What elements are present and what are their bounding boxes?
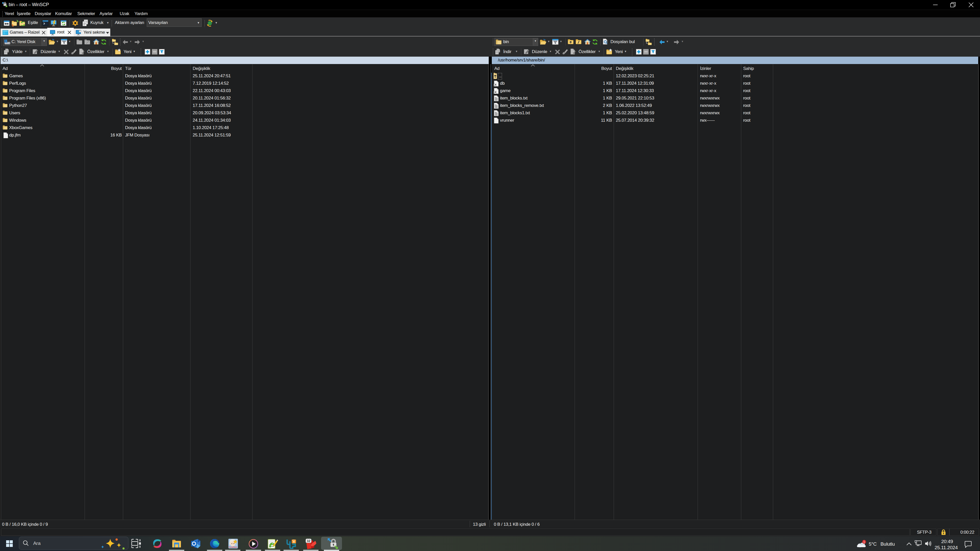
svg-text:32: 32: [307, 539, 310, 543]
svg-text:1: 1: [863, 540, 865, 543]
svg-text:CocaSaoL: CocaSaoL: [229, 546, 238, 548]
